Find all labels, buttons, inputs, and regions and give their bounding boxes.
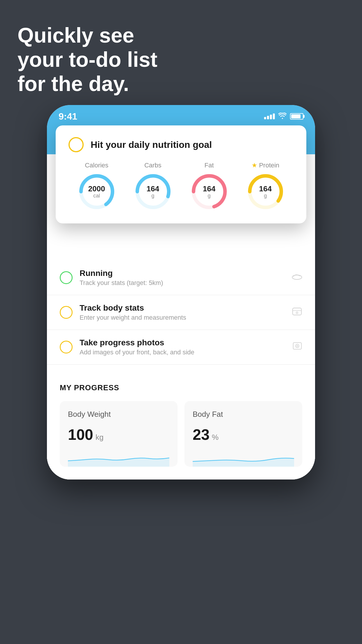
nutrition-label: Fat [205,162,214,169]
todo-list: Running Track your stats (target: 5km) T… [47,260,315,365]
todo-body-stats-sub: Enter your weight and measurements [80,314,285,321]
todo-checkbox-running[interactable] [60,271,73,284]
body-weight-chart [68,449,169,467]
nutrition-item-protein: ★Protein 164 g [247,162,284,211]
scale-icon [292,306,302,318]
hero-line2: your to-do list [17,48,157,72]
svg-point-1 [292,275,302,279]
donut-value: 2000 [88,185,105,193]
body-fat-label: Body Fat [193,410,294,419]
signal-bar-1 [264,117,266,119]
body-weight-label: Body Weight [68,410,169,419]
nutrition-popup-card: Hit your daily nutrition goal Calories 2… [56,125,306,223]
hero-line3: for the day. [17,72,157,96]
nutrition-items-row: Calories 2000 cal Carbs 164 g Fat [68,162,294,211]
photo-icon [292,341,302,354]
status-icons [264,112,303,121]
todo-photos-sub: Add images of your front, back, and side [80,349,285,356]
hero-line1: Quickly see [17,23,157,48]
todo-running-sub: Track your stats (target: 5km) [80,279,285,287]
donut-chart: 164 g [134,173,172,211]
body-weight-unit: kg [96,433,103,442]
donut-unit: g [147,193,159,199]
signal-bar-3 [270,115,272,119]
shoe-icon [292,272,302,284]
progress-section-title: MY PROGRESS [60,383,302,392]
svg-point-4 [296,312,298,314]
body-weight-value: 100 [68,426,93,443]
nutrition-item-fat: Fat 164 g [190,162,228,211]
donut-unit: cal [88,193,105,199]
progress-section: MY PROGRESS Body Weight 100 kg [47,370,315,480]
wifi-icon [278,112,287,121]
donut-unit: g [203,193,215,199]
body-fat-card[interactable]: Body Fat 23 % [184,401,302,467]
body-weight-card[interactable]: Body Weight 100 kg [60,401,178,467]
donut-unit: g [259,193,272,199]
list-item[interactable]: Track body stats Enter your weight and m… [47,295,315,330]
status-bar: 9:41 [47,105,315,125]
todo-body-stats-title: Track body stats [80,303,285,313]
todo-checkbox-photos[interactable] [60,341,73,354]
star-icon: ★ [252,162,257,169]
signal-bar-4 [273,113,275,119]
donut-value: 164 [147,185,159,193]
donut-value: 164 [259,185,272,193]
signal-bar-2 [267,116,269,119]
donut-chart: 164 g [247,173,284,211]
todo-photos-title: Take progress photos [80,338,285,347]
todo-running-title: Running [80,269,285,278]
svg-point-7 [297,345,298,346]
nutrition-item-calories: Calories 2000 cal [78,162,116,211]
body-fat-value: 23 [193,426,210,443]
nutrition-goal-title: Hit your daily nutrition goal [91,139,212,150]
donut-chart: 164 g [190,173,228,211]
progress-cards: Body Weight 100 kg [60,401,302,467]
nutrition-goal-checkbox[interactable] [68,137,84,152]
nutrition-label: ★Protein [252,162,280,169]
todo-checkbox-body-stats[interactable] [60,306,73,319]
list-item[interactable]: Running Track your stats (target: 5km) [47,260,315,295]
nutrition-item-carbs: Carbs 164 g [134,162,172,211]
nutrition-label: Calories [85,162,108,169]
nutrition-label: Carbs [144,162,161,169]
status-time: 9:41 [59,111,77,122]
body-fat-chart [193,449,294,467]
list-item[interactable]: Take progress photos Add images of your … [47,330,315,365]
signal-bars-icon [264,113,275,119]
donut-value: 164 [203,185,215,193]
body-fat-unit: % [212,433,219,442]
donut-chart: 2000 cal [78,173,116,211]
svg-rect-2 [293,308,301,315]
battery-icon [290,113,303,120]
hero-text: Quickly see your to-do list for the day. [17,23,157,96]
